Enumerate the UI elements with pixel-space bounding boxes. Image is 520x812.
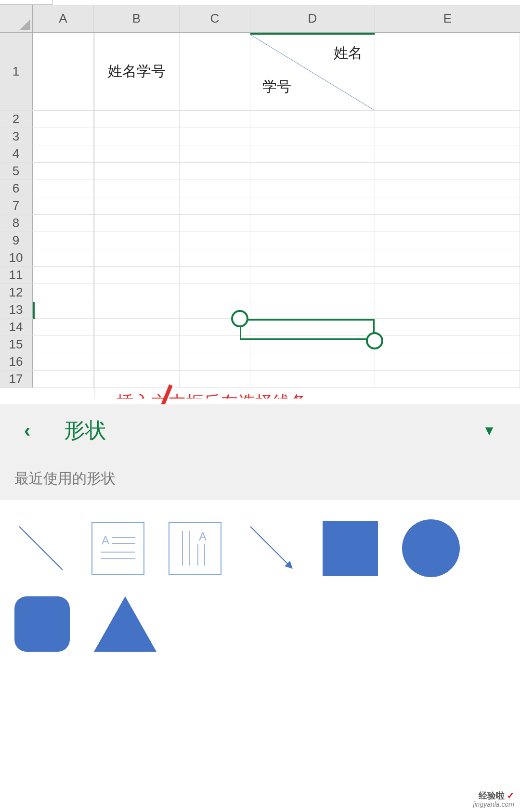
cell[interactable]	[250, 353, 375, 370]
cell[interactable]	[33, 336, 94, 353]
column-header-d[interactable]: D	[250, 5, 375, 32]
cell[interactable]	[94, 215, 180, 232]
cell[interactable]	[375, 111, 520, 128]
cell[interactable]	[250, 371, 375, 387]
cell[interactable]	[375, 163, 520, 180]
row-header-1[interactable]: 1	[0, 33, 33, 110]
cell[interactable]	[33, 353, 94, 370]
cell[interactable]	[180, 111, 250, 128]
cell[interactable]	[180, 163, 250, 180]
row-header-8[interactable]: 8	[0, 215, 33, 232]
cell[interactable]	[33, 284, 94, 301]
cell[interactable]	[33, 319, 94, 335]
cell[interactable]	[180, 145, 250, 162]
cell[interactable]	[180, 249, 250, 266]
select-all-corner[interactable]	[0, 5, 33, 32]
cell[interactable]	[33, 232, 94, 249]
cell[interactable]	[94, 284, 180, 301]
cell[interactable]	[375, 249, 520, 266]
vertical-textbox-button[interactable]: A	[169, 522, 221, 575]
cell[interactable]	[375, 353, 520, 370]
cell[interactable]	[180, 197, 250, 214]
row-header-7[interactable]: 7	[0, 197, 33, 214]
cell[interactable]	[250, 163, 375, 180]
cell[interactable]	[375, 284, 520, 301]
cell[interactable]	[250, 145, 375, 162]
cell[interactable]	[33, 249, 94, 266]
cell[interactable]	[94, 232, 180, 249]
arrow-line-shape-button[interactable]	[246, 522, 299, 575]
cell[interactable]	[94, 319, 180, 335]
spreadsheet-grid[interactable]: 1 姓名学号 姓名 学号 2 3 4 5 6 7 8 9 10 11 12 13…	[0, 33, 520, 399]
cell[interactable]	[375, 180, 520, 197]
column-header-b[interactable]: B	[94, 5, 180, 32]
cell[interactable]	[33, 197, 94, 214]
cell[interactable]	[250, 197, 375, 214]
cell[interactable]	[375, 267, 520, 284]
row-header-15[interactable]: 15	[0, 336, 33, 353]
cell[interactable]	[94, 301, 180, 318]
cell[interactable]	[94, 180, 180, 197]
cell[interactable]	[33, 163, 94, 180]
cell[interactable]	[375, 145, 520, 162]
cell[interactable]	[180, 267, 250, 284]
cell-e1[interactable]	[375, 33, 520, 110]
cell[interactable]	[250, 128, 375, 145]
cell[interactable]	[250, 249, 375, 266]
cell[interactable]	[94, 353, 180, 370]
cell[interactable]	[94, 163, 180, 180]
cell[interactable]	[375, 371, 520, 387]
row-header-12[interactable]: 12	[0, 284, 33, 301]
cell[interactable]	[94, 267, 180, 284]
cell[interactable]	[250, 180, 375, 197]
oval-shape-button[interactable]	[402, 519, 460, 577]
cell[interactable]	[33, 180, 94, 197]
dropdown-caret-icon[interactable]: ▼	[482, 423, 496, 438]
back-chevron-icon[interactable]: ‹	[24, 420, 30, 441]
cell[interactable]	[33, 111, 94, 128]
cell[interactable]	[180, 284, 250, 301]
cell[interactable]	[33, 215, 94, 232]
row-header-2[interactable]: 2	[0, 111, 33, 128]
row-header-17[interactable]: 17	[0, 371, 33, 387]
column-header-e[interactable]: E	[375, 5, 520, 32]
cell[interactable]	[33, 267, 94, 284]
cell[interactable]	[250, 215, 375, 232]
rounded-rectangle-shape-button[interactable]	[14, 596, 70, 652]
cell[interactable]	[375, 319, 520, 335]
cell[interactable]	[180, 215, 250, 232]
row-header-10[interactable]: 10	[0, 249, 33, 266]
cell-c1[interactable]	[180, 33, 250, 110]
row-header-16[interactable]: 16	[0, 353, 33, 370]
cell[interactable]	[180, 232, 250, 249]
row-header-13[interactable]: 13	[0, 301, 33, 318]
row-header-4[interactable]: 4	[0, 145, 33, 162]
row-header-11[interactable]: 11	[0, 267, 33, 284]
cell[interactable]	[94, 145, 180, 162]
row-header-6[interactable]: 6	[0, 180, 33, 197]
cell[interactable]	[33, 145, 94, 162]
cell[interactable]	[94, 371, 180, 387]
rectangle-shape-button[interactable]	[323, 521, 378, 576]
cell-a1[interactable]	[33, 33, 94, 110]
cell[interactable]	[33, 301, 94, 318]
cell[interactable]	[375, 215, 520, 232]
cell[interactable]	[250, 232, 375, 249]
cell[interactable]	[250, 111, 375, 128]
cell[interactable]	[375, 197, 520, 214]
cell[interactable]	[180, 371, 250, 387]
column-header-a[interactable]: A	[33, 5, 94, 32]
cell[interactable]	[94, 197, 180, 214]
cell[interactable]	[180, 128, 250, 145]
cell[interactable]	[94, 336, 180, 353]
cell[interactable]	[180, 180, 250, 197]
cell[interactable]	[250, 301, 375, 318]
cell[interactable]	[375, 232, 520, 249]
horizontal-textbox-button[interactable]: A	[91, 522, 144, 575]
cell[interactable]	[180, 353, 250, 370]
row-header-3[interactable]: 3	[0, 128, 33, 145]
cell[interactable]	[250, 267, 375, 284]
row-header-9[interactable]: 9	[0, 232, 33, 249]
row-header-5[interactable]: 5	[0, 163, 33, 180]
cell-b1[interactable]: 姓名学号	[94, 33, 180, 110]
